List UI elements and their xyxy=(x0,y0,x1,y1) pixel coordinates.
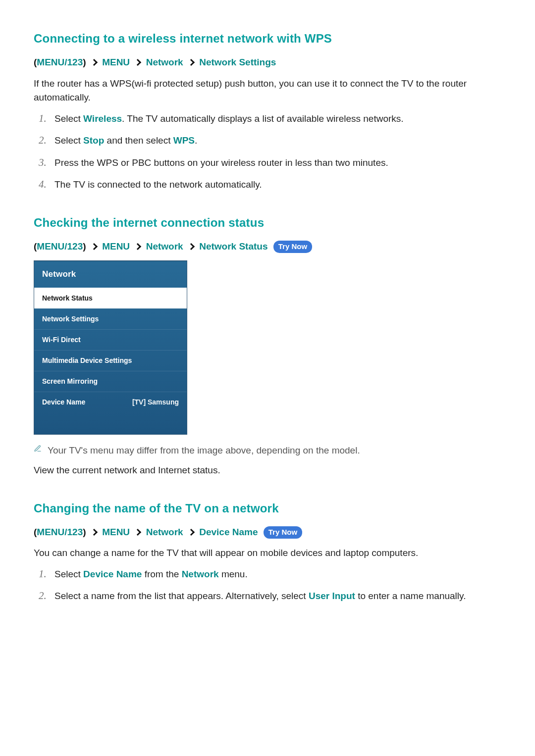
step-text: . The TV automatically displays a list o… xyxy=(122,113,404,124)
path-item[interactable]: MENU xyxy=(102,527,130,537)
chevron-right-icon xyxy=(134,529,141,536)
path-item[interactable]: Network xyxy=(146,527,183,537)
step-text: from the xyxy=(142,569,181,579)
body-status: View the current network and Internet st… xyxy=(34,463,501,478)
step-text: and then select xyxy=(104,135,173,146)
breadcrumb-rename: (MENU/123) MENU Network Device Name Try … xyxy=(34,525,501,540)
keyword-wps: WPS xyxy=(173,135,195,146)
chevron-right-icon xyxy=(188,243,195,250)
path-item[interactable]: Network xyxy=(146,57,183,67)
section-wps: Connecting to a wireless internet networ… xyxy=(34,30,501,192)
panel-item-wifi-direct[interactable]: Wi-Fi Direct xyxy=(34,329,187,350)
chevron-right-icon xyxy=(91,529,98,536)
path-root[interactable]: MENU/123 xyxy=(37,241,83,252)
path-item[interactable]: Network xyxy=(146,241,183,252)
keyword-device-name: Device Name xyxy=(83,569,142,579)
path-item[interactable]: Device Name xyxy=(199,527,258,537)
panel-item-label: Device Name xyxy=(42,397,85,407)
panel-item-network-status[interactable]: Network Status xyxy=(34,288,187,308)
intro-rename: You can change a name for the TV that wi… xyxy=(34,546,501,560)
step-text: . xyxy=(195,135,197,146)
keyword-stop: Stop xyxy=(83,135,104,146)
panel-item-screen-mirroring[interactable]: Screen Mirroring xyxy=(34,371,187,392)
step: Select a name from the list that appears… xyxy=(39,589,501,604)
keyword-network: Network xyxy=(182,569,219,579)
paren-close: ) xyxy=(83,527,86,537)
keyword-wireless: Wireless xyxy=(83,113,122,124)
pencil-icon xyxy=(34,445,42,453)
panel-item-label: Network Status xyxy=(42,293,93,303)
heading-rename: Changing the name of the TV on a network xyxy=(34,500,501,517)
chevron-right-icon xyxy=(134,243,141,250)
step: Select Stop and then select WPS. xyxy=(39,134,501,148)
step: The TV is connected to the network autom… xyxy=(39,178,501,192)
note-text: Your TV's menu may differ from the image… xyxy=(48,444,360,458)
panel-item-network-settings[interactable]: Network Settings xyxy=(34,308,187,329)
paren-close: ) xyxy=(83,57,86,67)
step: Select Device Name from the Network menu… xyxy=(39,567,501,582)
step-text: Select xyxy=(54,113,83,124)
step: Press the WPS or PBC buttons on your wir… xyxy=(39,156,501,170)
try-now-badge[interactable]: Try Now xyxy=(264,526,302,539)
panel-item-label: Multimedia Device Settings xyxy=(42,355,132,366)
note: Your TV's menu may differ from the image… xyxy=(34,444,501,458)
try-now-badge[interactable]: Try Now xyxy=(273,241,312,253)
path-item[interactable]: Network Settings xyxy=(199,57,276,67)
step-text: menu. xyxy=(219,569,248,579)
breadcrumb-status: (MENU/123) MENU Network Network Status T… xyxy=(34,240,501,254)
step-text: Select xyxy=(54,569,83,579)
paren-close: ) xyxy=(83,241,86,252)
panel-spacer xyxy=(34,412,187,434)
panel-item-label: Wi-Fi Direct xyxy=(42,335,81,345)
panel-item-label: Screen Mirroring xyxy=(42,376,98,387)
path-item[interactable]: MENU xyxy=(102,241,130,252)
chevron-right-icon xyxy=(91,59,98,66)
heading-status: Checking the internet connection status xyxy=(34,214,501,232)
path-item[interactable]: MENU xyxy=(102,57,130,67)
panel-title: Network xyxy=(34,261,187,288)
steps-wps: Select Wireless. The TV automatically di… xyxy=(39,112,501,192)
chevron-right-icon xyxy=(188,529,195,536)
section-status: Checking the internet connection status … xyxy=(34,214,501,478)
breadcrumb-wps: (MENU/123) MENU Network Network Settings xyxy=(34,55,501,70)
path-item[interactable]: Network Status xyxy=(199,241,268,252)
panel-item-device-name[interactable]: Device Name [TV] Samsung xyxy=(34,392,187,412)
chevron-right-icon xyxy=(188,59,195,66)
step: Select Wireless. The TV automatically di… xyxy=(39,112,501,126)
section-rename: Changing the name of the TV on a network… xyxy=(34,500,501,604)
path-root[interactable]: MENU/123 xyxy=(37,527,83,537)
panel-item-multimedia[interactable]: Multimedia Device Settings xyxy=(34,350,187,371)
panel-item-value: [TV] Samsung xyxy=(132,397,179,407)
chevron-right-icon xyxy=(134,59,141,66)
panel-item-label: Network Settings xyxy=(42,314,99,324)
chevron-right-icon xyxy=(91,243,98,250)
path-root[interactable]: MENU/123 xyxy=(37,57,83,67)
step-text: Select xyxy=(54,135,83,146)
intro-wps: If the router has a WPS(wi-fi protected … xyxy=(34,77,501,105)
steps-rename: Select Device Name from the Network menu… xyxy=(39,567,501,604)
step-text: to enter a name manually. xyxy=(355,591,466,601)
network-menu-panel: Network Network Status Network Settings … xyxy=(34,260,187,435)
keyword-user-input: User Input xyxy=(309,591,355,601)
step-text: Select a name from the list that appears… xyxy=(54,591,309,601)
heading-wps: Connecting to a wireless internet networ… xyxy=(34,30,501,48)
